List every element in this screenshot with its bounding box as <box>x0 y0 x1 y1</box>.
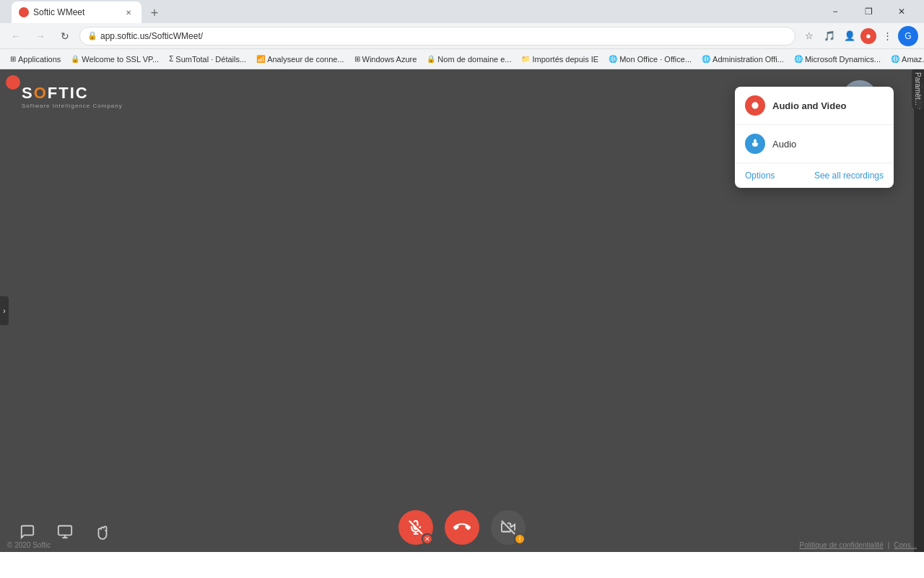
minimize-icon: − <box>832 7 837 17</box>
extensions-button[interactable]: ● <box>860 28 876 44</box>
recording-indicator <box>6 75 20 90</box>
svg-rect-0 <box>58 526 71 535</box>
bookmark-item-analyseur[interactable]: 📶 Analyseur de conne... <box>252 53 348 65</box>
mute-mic-button[interactable]: ✕ <box>398 510 433 545</box>
svg-point-5 <box>751 102 758 108</box>
logo-subtitle: Software Intelligence Company <box>22 103 123 109</box>
popup-footer: Options See all recordings <box>735 163 894 188</box>
url-box[interactable]: 🔒 app.softic.us/SofticWMeet/ <box>79 27 796 46</box>
cariotte-panel: Cariotte <box>914 69 924 552</box>
restore-icon: ❐ <box>865 7 873 17</box>
bookmark-label-azure: Windows Azure <box>362 55 417 64</box>
apps-icon: ⊞ <box>10 55 16 63</box>
tab-bar: Softic WMeet ✕ + <box>6 0 814 23</box>
bookmark-item-ssl[interactable]: 🔒 Welcome to SSL VP... <box>66 53 163 65</box>
footer-links: Politique de confidentialité | Cons... <box>800 541 918 549</box>
tab-close-button[interactable]: ✕ <box>123 7 134 18</box>
conditions-link[interactable]: Cons... <box>894 541 917 549</box>
popup-mic-icon <box>745 134 765 154</box>
footer-separator: | <box>888 541 890 549</box>
refresh-button[interactable]: ↻ <box>55 26 75 46</box>
tab-title: Softic WMeet <box>33 7 84 17</box>
amazon-icon: 🌐 <box>891 55 899 63</box>
bookmark-label-amazon: Amaz... <box>902 55 924 64</box>
record-dot-icon <box>750 100 760 111</box>
logo-text: SOFTIC <box>22 84 123 103</box>
camera-muted-icon <box>501 520 515 535</box>
bookmark-label-dynamics: Microsoft Dynamics... <box>805 55 881 64</box>
popup-header-text: Audio and Video <box>772 100 846 111</box>
dynamics-icon: 🌐 <box>794 55 803 63</box>
mon-office-icon: 🌐 <box>609 55 617 63</box>
bookmark-item-apps[interactable]: ⊞ Applications <box>6 53 65 65</box>
parametres-label: Paramèt... <box>912 69 924 108</box>
mic-muted-icon <box>409 520 423 535</box>
see-all-recordings-link[interactable]: See all recordings <box>814 171 884 181</box>
popup-audio-label: Audio <box>772 139 796 150</box>
options-link[interactable]: Options <box>745 171 775 181</box>
forward-button[interactable]: → <box>30 26 51 46</box>
google-account-button[interactable]: G <box>898 26 918 46</box>
close-button[interactable]: ✕ <box>885 0 918 23</box>
bookmarks-bar: ⊞ Applications 🔒 Welcome to SSL VP... Σ … <box>0 49 924 69</box>
back-button[interactable]: ← <box>6 26 26 46</box>
bookmark-label-apps: Applications <box>18 55 61 64</box>
bookmark-item-admin[interactable]: 🌐 Administration Offi... <box>697 53 788 65</box>
bookmark-label-nom-domaine: Nom de domaine e... <box>437 55 511 64</box>
popup-header: Audio and Video <box>735 87 894 125</box>
center-controls: ✕ ! <box>398 510 526 545</box>
bookmark-item-dynamics[interactable]: 🌐 Microsoft Dynamics... <box>790 53 885 65</box>
url-text: app.softic.us/SofticWMeet/ <box>100 31 203 41</box>
active-tab[interactable]: Softic WMeet ✕ <box>12 1 141 23</box>
chat-icon <box>19 524 35 540</box>
logo-o: O <box>34 84 48 102</box>
left-panel-toggle[interactable]: › <box>0 296 9 325</box>
app-footer: © 2020 Softic Politique de confidentiali… <box>0 541 924 549</box>
address-bar: ← → ↻ 🔒 app.softic.us/SofticWMeet/ ☆ 🎵 👤… <box>0 23 924 49</box>
hand-icon <box>95 524 110 540</box>
ssl-icon: 🔒 <box>71 55 79 63</box>
bookmark-label-mon-office: Mon Office · Office... <box>619 55 692 64</box>
bookmark-label-importes: Importés depuis IE <box>532 55 598 64</box>
bookmark-label-sumtotal: SumTotal · Détails... <box>175 55 246 64</box>
bookmark-star-button[interactable]: ☆ <box>800 27 819 46</box>
end-call-button[interactable] <box>445 510 479 545</box>
media-control-button[interactable]: 🎵 <box>820 27 839 46</box>
bookmark-label-analyseur: Analyseur de conne... <box>267 55 344 64</box>
bookmark-item-nom-domaine[interactable]: 🔒 Nom de domaine e... <box>422 53 515 65</box>
importes-icon: 📁 <box>521 55 530 63</box>
ssl-lock-icon: 🔒 <box>87 31 97 40</box>
screen-share-icon <box>57 524 73 540</box>
new-tab-button[interactable]: + <box>144 3 165 23</box>
admin-icon: 🌐 <box>702 55 710 63</box>
sumtotal-icon: Σ <box>169 55 173 63</box>
nom-domaine-icon: 🔒 <box>427 55 435 63</box>
restore-button[interactable]: ❐ <box>852 0 885 23</box>
analyseur-icon: 📶 <box>256 55 265 63</box>
privacy-link[interactable]: Politique de confidentialité <box>800 541 884 549</box>
bookmark-label-admin: Administration Offi... <box>712 55 784 64</box>
bookmark-item-importes[interactable]: 📁 Importés depuis IE <box>517 53 603 65</box>
copyright-text: © 2020 Softic <box>7 541 51 549</box>
bookmark-item-amazon[interactable]: 🌐 Amaz... <box>886 53 924 65</box>
more-tools-button[interactable]: ⋮ <box>878 27 897 46</box>
address-right-icons: ☆ 🎵 👤 ● ⋮ G <box>800 26 918 46</box>
profile-button[interactable]: 👤 <box>840 27 859 46</box>
tab-favicon <box>19 7 29 17</box>
audio-video-dropdown: Audio and Video Audio Options See all re… <box>735 87 894 188</box>
window-controls: − ❐ ✕ <box>819 0 918 23</box>
microphone-icon <box>750 139 760 149</box>
end-call-icon <box>453 519 471 536</box>
bookmark-item-mon-office[interactable]: 🌐 Mon Office · Office... <box>604 53 696 65</box>
azure-icon: ⊞ <box>354 55 360 63</box>
popup-record-icon <box>745 95 765 116</box>
minimize-button[interactable]: − <box>819 0 852 23</box>
bookmark-item-azure[interactable]: ⊞ Windows Azure <box>350 53 422 65</box>
title-bar: Softic WMeet ✕ + − ❐ ✕ <box>0 0 924 23</box>
popup-audio-row[interactable]: Audio <box>735 125 894 163</box>
softic-logo: SOFTIC Software Intelligence Company <box>22 84 123 109</box>
toggle-camera-button[interactable]: ! <box>491 510 526 545</box>
logo-ftic: FTIC <box>48 84 89 102</box>
bookmark-item-sumtotal[interactable]: Σ SumTotal · Détails... <box>165 53 250 65</box>
logo-s: S <box>22 84 34 102</box>
